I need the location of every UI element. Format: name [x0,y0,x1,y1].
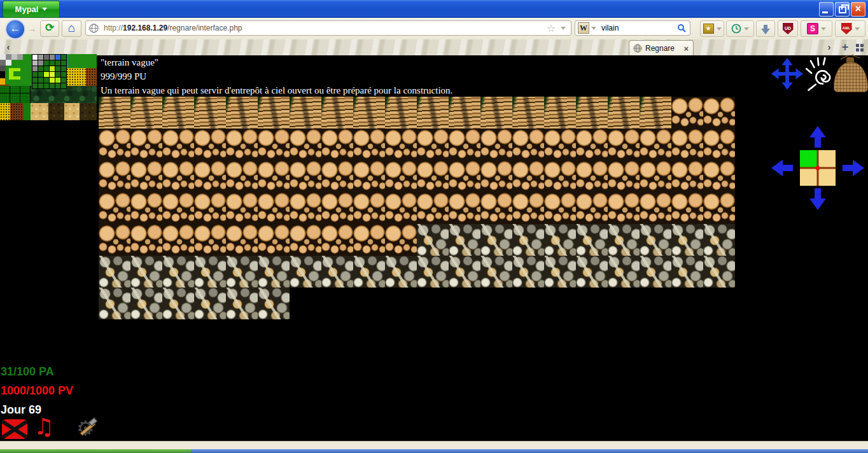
minimap-tile [0,54,6,60]
minimap-tile [0,66,6,71]
home-button[interactable]: ⌂ [62,20,81,37]
abl-shield-icon: ABL [841,23,852,34]
minimap-tile [86,68,97,88]
bookmark-star-icon[interactable]: ☆ [547,22,556,34]
tab-regnare[interactable]: Regnare × [629,40,694,56]
minimap-tile [0,78,5,85]
close-button[interactable]: × [851,2,865,17]
storage-tiles-logs[interactable] [99,192,735,224]
health-points: 1000/1000 PV [1,384,73,398]
all-tabs-icon[interactable] [856,44,864,52]
app-menu-button[interactable]: Mypal [3,1,60,18]
bookmarks-extension-button[interactable]: ★ [700,20,724,37]
storage-tiles-logs[interactable] [99,160,735,192]
storage-tiles-logs[interactable] [99,129,735,160]
chevron-down-icon [717,27,722,31]
url-path: /regnare/interface.php [167,24,242,32]
url-bar[interactable]: http://192.168.1.29/regnare/interface.ph… [85,20,571,36]
minimap-tile [80,103,97,120]
compass-east-arrow[interactable] [853,160,864,176]
status-bar [0,441,868,450]
game-page: "terrain vague" 999/999 PU Un terrain va… [0,55,868,441]
action-hand-icon[interactable] [802,57,832,92]
storage-tiles-stones[interactable] [417,224,735,256]
minimap-tile [68,54,97,68]
forward-button[interactable]: → [26,23,38,34]
globe-icon [89,24,99,33]
minimap[interactable] [0,54,97,120]
minimap-tile [31,103,48,120]
compass-tile-preview[interactable] [800,150,836,186]
minimap-tile [0,86,31,103]
progress-bar-green [0,449,191,453]
chevron-down-icon [744,27,749,31]
downloads-button[interactable] [756,20,775,37]
chevron-down-icon [855,27,860,31]
compass-west-arrow[interactable] [771,160,783,176]
terrain-capacity: 999/999 PU [101,71,452,82]
restore-button[interactable] [835,2,850,17]
storage-tiles-logs[interactable] [99,224,417,256]
clock-icon [731,24,741,34]
new-tab-button[interactable]: + [839,41,851,54]
minimize-button[interactable] [819,2,834,17]
ud-blocker-button[interactable]: UD [778,20,798,37]
compass-south-arrow[interactable] [809,199,826,210]
storage-row [99,129,735,160]
minimize-icon [822,11,828,13]
chevron-down-icon [821,27,826,31]
close-action-icon[interactable] [2,419,27,439]
compass-north-arrow[interactable] [809,126,826,137]
minimap-tile [64,68,86,88]
tab-scroll-left-button[interactable]: ‹ [3,41,14,54]
inventory-sack-icon[interactable] [834,55,867,91]
minimap-tile [17,54,23,60]
storage-row [99,288,735,319]
stylish-extension-button[interactable]: S [801,20,832,37]
terrain-description: Un terrain vague qui peut servir d'entre… [101,85,452,96]
chevron-down-icon [42,8,47,11]
minimap-tile [24,103,31,120]
tab-favicon-globe-icon [633,44,642,53]
search-engine-icon[interactable]: W [578,22,589,34]
search-engine-dropdown-icon[interactable] [591,27,596,30]
bookmark-dropdown-icon[interactable] [561,27,566,30]
map-compass [771,126,864,210]
storage-tiles-stones[interactable] [99,288,290,319]
url-text: http://192.168.1.29/regnare/interface.ph… [104,24,242,32]
title-bar: Mypal × [0,0,868,18]
storage-row [99,192,735,224]
storage-tiles-planks[interactable] [99,97,671,129]
terrain-info: "terrain vague" 999/999 PU Un terrain va… [101,57,452,99]
minimap-tile [0,103,10,120]
ud-shield-icon: UD [783,23,794,34]
minimap-tile [64,103,80,120]
search-icon[interactable] [677,24,686,32]
minimap-fine-grid [32,54,67,89]
music-note-icon[interactable]: ♫ [34,414,54,440]
search-input[interactable] [600,23,677,33]
storage-row [99,256,735,288]
storage-row [99,224,735,256]
adblock-extension-button[interactable]: ABL [835,20,865,37]
minimap-tile [10,103,24,120]
gold-star-icon: ★ [703,24,714,34]
back-button[interactable]: ← [5,19,25,39]
s-badge-icon: S [807,23,818,34]
history-extension-button[interactable] [726,20,754,37]
url-domain: 192.168.1.29 [123,24,167,32]
url-scheme: http:// [104,24,123,32]
storage-tiles-stones[interactable] [99,256,735,288]
pan-move-icon[interactable] [771,58,803,90]
close-icon: × [851,3,865,16]
build-tools-icon[interactable]: ⚙ [75,417,101,440]
search-box[interactable]: W [575,20,690,36]
storage-tiles-logs[interactable] [671,97,735,129]
tab-scroll-right-button[interactable]: › [823,41,835,54]
sack-body [834,62,868,92]
storage-row [99,160,735,192]
tab-label: Regnare [645,44,675,53]
refresh-button[interactable]: ⟳ [40,20,59,37]
minimap-tile [48,103,64,120]
tab-close-icon[interactable]: × [683,44,689,53]
